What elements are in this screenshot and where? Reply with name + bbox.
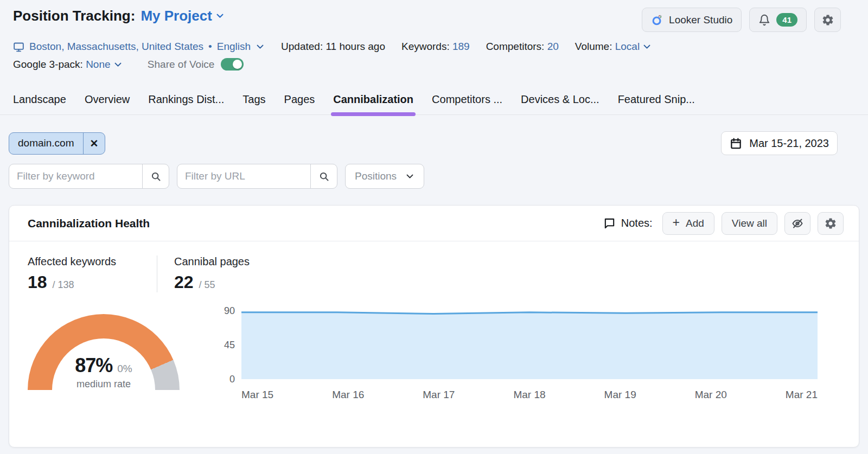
stat-total: / 55 [199,279,215,291]
url-filter-input[interactable] [177,164,310,188]
health-trend-chart: 90 45 0 Mar 15 Mar 16 Mar 17 Mar 18 [220,311,840,401]
url-filter [177,164,337,189]
google-3pack-label: Google 3-pack: [13,59,83,70]
x-tick: Mar 20 [695,389,727,401]
tab-pages[interactable]: Pages [284,93,315,114]
desktop-icon [13,41,24,53]
tab-landscape[interactable]: Landscape [13,93,66,114]
stat-label: Cannibal pages [174,255,250,268]
chevron-down-icon [215,11,225,21]
page-title-label: Position Tracking: [13,8,135,24]
x-tick: Mar 18 [513,389,545,401]
chevron-down-icon [405,172,414,181]
date-range-picker[interactable]: Mar 15-21, 2023 [721,131,838,155]
competitors-stat: Competitors: 20 [486,41,559,53]
tab-featured-snippets[interactable]: Featured Snip... [618,93,695,114]
location-label: Boston, Massachusetts, United States [29,41,203,53]
volume-label: Volume: [575,41,612,52]
volume-value: Local [615,41,640,52]
page-header: Position Tracking: My Project Looker Stu… [0,0,868,71]
google-3pack-value: None [86,59,110,70]
project-name: My Project [141,8,212,24]
keyword-search-button[interactable] [142,164,169,188]
positions-dropdown-label: Positions [355,170,397,182]
keywords-value-link[interactable]: 189 [452,41,470,52]
share-of-voice-control: Share of Voice [148,58,244,71]
project-selector[interactable]: My Project [141,8,225,24]
google-3pack-selector[interactable]: Google 3-pack: None [13,59,123,71]
add-note-button[interactable]: + Add [662,212,714,235]
chevron-down-icon [642,42,652,52]
settings-button[interactable] [814,8,841,32]
add-note-label: Add [686,218,704,229]
competitors-value-link[interactable]: 20 [547,41,559,52]
tab-cannibalization[interactable]: Cannibalization [333,93,413,114]
positions-dropdown[interactable]: Positions [345,164,424,189]
x-tick: Mar 16 [332,389,364,401]
page-title: Position Tracking: My Project [13,8,225,24]
y-axis: 90 45 0 [220,311,241,379]
looker-studio-button[interactable]: Looker Studio [642,8,742,32]
plot-area[interactable] [241,311,818,379]
y-tick: 0 [229,374,235,385]
tab-tags[interactable]: Tags [242,93,265,114]
cannibalization-health-card: Cannibalization Health Notes: + Add View… [9,205,859,447]
y-tick: 90 [224,305,235,317]
keyword-filter-input[interactable] [9,164,142,188]
language-label: English [217,41,251,53]
plus-icon: + [673,216,680,229]
volume-selector[interactable]: Volume: Local [575,41,652,53]
share-of-voice-label: Share of Voice [148,59,215,71]
tab-rankings-distribution[interactable]: Rankings Dist... [148,93,224,114]
tab-competitors[interactable]: Competitors ... [432,93,502,114]
keywords-stat: Keywords: 189 [401,41,470,53]
keywords-label: Keywords: [401,41,450,52]
chevron-down-icon [256,42,265,52]
stat-value: 22 [174,272,194,292]
close-icon[interactable]: ✕ [83,133,105,154]
widget-settings-button[interactable] [818,212,844,235]
notifications-badge: 41 [776,13,797,27]
gauge-caption: medium rate [28,379,180,390]
tab-overview[interactable]: Overview [85,93,130,114]
toggle-knob [233,60,242,69]
location-language-selector[interactable]: Boston, Massachusetts, United States • E… [13,41,265,53]
stat-affected-keywords: Affected keywords 18 / 138 [28,255,157,292]
stat-label: Affected keywords [28,255,157,268]
notifications-button[interactable]: 41 [749,8,807,32]
health-gauge: 87% 0% medium rate [28,311,180,390]
x-tick: Mar 17 [423,389,455,401]
stats-row: Affected keywords 18 / 138 Cannibal page… [28,255,840,292]
health-trend-svg [241,311,818,379]
search-icon [150,171,162,182]
stat-value: 18 [28,272,47,292]
domain-chip-label: domain.com [9,133,83,154]
x-tick: Mar 15 [241,389,273,401]
keyword-filter [9,164,169,189]
looker-studio-icon [651,14,663,26]
hide-notes-button[interactable] [784,212,810,235]
tab-bar: Landscape Overview Rankings Dist... Tags… [0,93,868,115]
share-of-voice-toggle[interactable] [221,58,244,71]
gear-icon [824,217,837,230]
updated-label: Updated: 11 hours ago [281,41,385,53]
stat-total: / 138 [53,279,74,291]
url-search-button[interactable] [310,164,337,188]
note-bubble-icon [603,217,616,229]
gear-icon [821,14,834,27]
card-title: Cannibalization Health [28,217,150,230]
domain-filter-chip: domain.com ✕ [9,132,105,155]
search-icon [318,171,330,182]
notes-label: Notes: [621,217,653,229]
date-range-label: Mar 15-21, 2023 [749,137,829,150]
view-all-notes-button[interactable]: View all [722,212,777,235]
gauge-delta: 0% [117,363,132,375]
gauge-value: 87% [75,354,112,377]
y-tick: 45 [224,340,235,351]
x-axis: Mar 15 Mar 16 Mar 17 Mar 18 Mar 19 Mar 2… [241,389,818,401]
x-tick: Mar 21 [786,389,818,401]
x-tick: Mar 19 [604,389,636,401]
looker-studio-label: Looker Studio [669,14,732,26]
tab-devices-locations[interactable]: Devices & Loc... [521,93,599,114]
calendar-icon [730,137,742,150]
